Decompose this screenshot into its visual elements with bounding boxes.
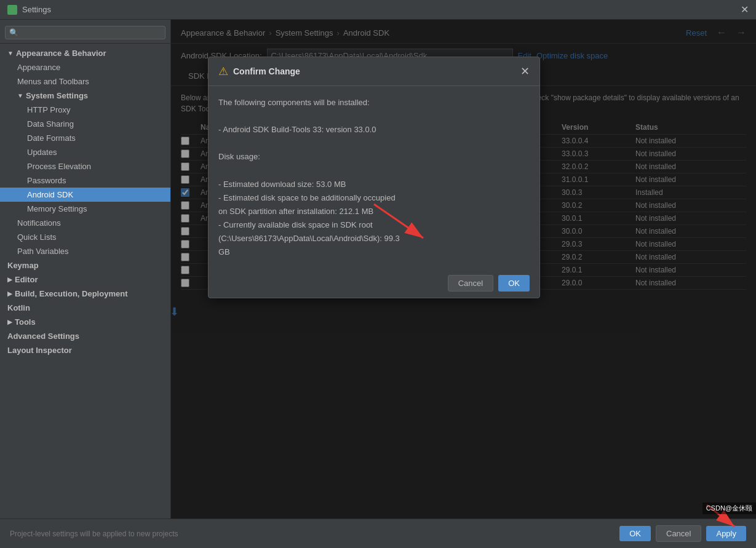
expand-icon: ▶ — [7, 319, 12, 325]
modal-disk-line3b: (C:\Users\86173\AppData\Local\Android\Sd… — [218, 232, 530, 245]
sidebar-item-advanced-settings[interactable]: Advanced Settings — [0, 329, 170, 343]
sidebar-item-layout-inspector[interactable]: Layout Inspector — [0, 343, 170, 357]
sidebar-item-label: Android SDK — [27, 190, 73, 199]
cancel-button[interactable]: Cancel — [656, 525, 701, 542]
modal-body: The following components will be install… — [209, 86, 539, 269]
sidebar-item-editor[interactable]: ▶ Editor — [0, 272, 170, 287]
sidebar-item-label: Data Sharing — [27, 119, 74, 129]
sidebar-item-label: Kotlin — [7, 303, 30, 312]
modal-footer: Cancel OK — [209, 269, 539, 298]
modal-body-line2: - Android SDK Build-Tools 33: version 33… — [218, 123, 530, 137]
sidebar-item-label: Build, Execution, Deployment — [15, 289, 127, 298]
sidebar-item-android-sdk[interactable]: Android SDK — [0, 188, 170, 202]
close-icon[interactable]: ✕ — [741, 4, 749, 15]
sidebar-item-system-settings[interactable]: ▼ System Settings — [0, 89, 170, 103]
sidebar-item-label: Editor — [15, 275, 38, 284]
app-icon — [7, 5, 17, 15]
modal-close-icon[interactable]: ✕ — [520, 66, 530, 77]
sidebar-item-label: Appearance & Behavior — [16, 49, 106, 58]
sidebar-item-keymap[interactable]: Keymap — [0, 258, 170, 272]
expand-icon: ▼ — [17, 92, 23, 99]
sidebar-item-label: HTTP Proxy — [27, 105, 71, 114]
sidebar-item-http-proxy[interactable]: HTTP Proxy — [0, 103, 170, 117]
sidebar-item-appearance-behavior[interactable]: ▼ Appearance & Behavior — [0, 46, 170, 60]
watermark: CSDN@金休颐 — [702, 502, 756, 514]
title-bar: Settings ✕ — [0, 0, 756, 20]
project-info: Project-level settings will be applied t… — [10, 530, 615, 538]
search-bar — [0, 22, 170, 44]
modal-body-line1: The following components will be install… — [218, 96, 530, 109]
sidebar-item-label: Date Formats — [27, 133, 76, 143]
sidebar-item-tools[interactable]: ▶ Tools — [0, 315, 170, 329]
modal-overlay: ⚠ Confirm Change ✕ The following compone… — [171, 20, 756, 518]
sidebar-item-appearance[interactable]: Appearance — [0, 60, 170, 74]
sidebar-item-date-formats[interactable]: Date Formats — [0, 131, 170, 145]
sidebar-item-label: Memory Settings — [27, 204, 87, 213]
sidebar-item-label: Path Variables — [17, 247, 69, 256]
modal-disk-line3: - Currently available disk space in SDK … — [218, 218, 530, 232]
svg-point-0 — [9, 7, 15, 13]
sidebar: ▼ Appearance & Behavior Appearance Menus… — [0, 20, 171, 548]
sidebar-item-label: Passwords — [27, 176, 66, 185]
confirm-change-modal: ⚠ Confirm Change ✕ The following compone… — [208, 57, 540, 298]
modal-disk-line2b: on SDK partition after installation: 212… — [218, 205, 530, 218]
window-title: Settings — [22, 5, 51, 14]
search-input[interactable] — [5, 26, 165, 39]
warning-icon: ⚠ — [218, 65, 228, 78]
sidebar-item-label: Appearance — [17, 63, 60, 72]
sidebar-item-kotlin[interactable]: Kotlin — [0, 301, 170, 315]
expand-icon: ▶ — [7, 290, 12, 297]
modal-disk-usage-label: Disk usage: — [218, 150, 530, 164]
modal-disk-line2: - Estimated disk space to be additionall… — [218, 191, 530, 205]
sidebar-item-data-sharing[interactable]: Data Sharing — [0, 117, 170, 131]
sidebar-item-label: Menus and Toolbars — [17, 77, 89, 86]
modal-ok-button[interactable]: OK — [498, 275, 530, 292]
sidebar-item-label: Advanced Settings — [7, 332, 79, 341]
expand-icon: ▼ — [7, 50, 14, 57]
sidebar-item-passwords[interactable]: Passwords — [0, 173, 170, 188]
modal-disk-line1: - Estimated download size: 53.0 MB — [218, 178, 530, 191]
expand-icon: ▶ — [7, 276, 12, 283]
apply-button[interactable]: Apply — [706, 526, 746, 541]
sidebar-item-memory-settings[interactable]: Memory Settings — [0, 202, 170, 216]
sidebar-item-build-execution[interactable]: ▶ Build, Execution, Deployment — [0, 287, 170, 301]
sidebar-item-process-elevation[interactable]: Process Elevation — [0, 159, 170, 173]
sidebar-item-notifications[interactable]: Notifications — [0, 216, 170, 230]
sidebar-item-label: Quick Lists — [17, 232, 57, 242]
ok-button[interactable]: OK — [619, 526, 651, 541]
sidebar-item-menus-toolbars[interactable]: Menus and Toolbars — [0, 74, 170, 89]
modal-cancel-button[interactable]: Cancel — [448, 275, 493, 292]
sidebar-item-label: Notifications — [17, 218, 61, 228]
sidebar-item-label: Updates — [27, 148, 57, 157]
sidebar-item-updates[interactable]: Updates — [0, 145, 170, 159]
sidebar-item-path-variables[interactable]: Path Variables — [0, 244, 170, 258]
sidebar-item-label: System Settings — [26, 91, 88, 100]
sidebar-item-label: Layout Inspector — [7, 346, 72, 355]
bottom-bar: Project-level settings will be applied t… — [0, 518, 756, 548]
modal-title: Confirm Change — [233, 66, 300, 76]
sidebar-item-label: Process Elevation — [27, 162, 91, 171]
sidebar-item-label: Tools — [15, 317, 36, 327]
sidebar-item-label: Keymap — [7, 261, 39, 270]
modal-disk-line3c: GB — [218, 245, 530, 259]
sidebar-item-quick-lists[interactable]: Quick Lists — [0, 230, 170, 244]
modal-header: ⚠ Confirm Change ✕ — [209, 57, 539, 86]
